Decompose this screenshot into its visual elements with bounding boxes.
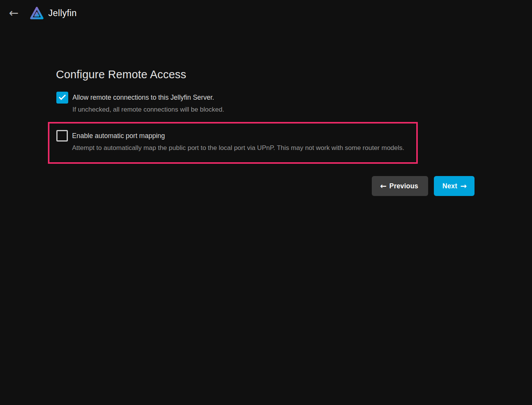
arrow-left-icon: ← [380, 182, 387, 190]
remote-connections-text: Allow remote connections to this Jellyfi… [72, 92, 224, 114]
page-title: Configure Remote Access [56, 68, 476, 81]
app-name: Jellyfin [48, 8, 77, 18]
port-mapping-text: Enable automatic port mapping Attempt to… [72, 130, 404, 152]
previous-button[interactable]: ← Previous [372, 176, 429, 196]
next-button[interactable]: Next → [434, 176, 475, 196]
app-logo: Jellyfin [29, 5, 77, 21]
previous-button-label: Previous [389, 182, 419, 190]
app-header: ← Jellyfin [0, 0, 532, 26]
port-mapping-option: Enable automatic port mapping Attempt to… [56, 130, 409, 152]
arrow-right-icon: → [460, 182, 467, 190]
remote-connections-label[interactable]: Allow remote connections to this Jellyfi… [72, 92, 224, 104]
port-mapping-label[interactable]: Enable automatic port mapping [72, 130, 404, 142]
remote-connections-description: If unchecked, all remote connections wil… [72, 105, 224, 114]
annotation-highlight-box: Enable automatic port mapping Attempt to… [48, 122, 418, 164]
check-icon [59, 93, 66, 100]
wizard-content: Configure Remote Access Allow remote con… [56, 68, 476, 196]
back-button[interactable]: ← [7, 6, 21, 20]
port-mapping-checkbox[interactable] [56, 130, 68, 142]
remote-connections-checkbox[interactable] [56, 92, 68, 104]
wizard-button-row: ← Previous Next → [56, 176, 476, 196]
jellyfin-logo-icon [29, 5, 44, 21]
port-mapping-description: Attempt to automatically map the public … [72, 144, 404, 152]
arrow-left-icon: ← [9, 7, 18, 19]
next-button-label: Next [442, 182, 457, 190]
remote-connections-option: Allow remote connections to this Jellyfi… [56, 92, 476, 114]
